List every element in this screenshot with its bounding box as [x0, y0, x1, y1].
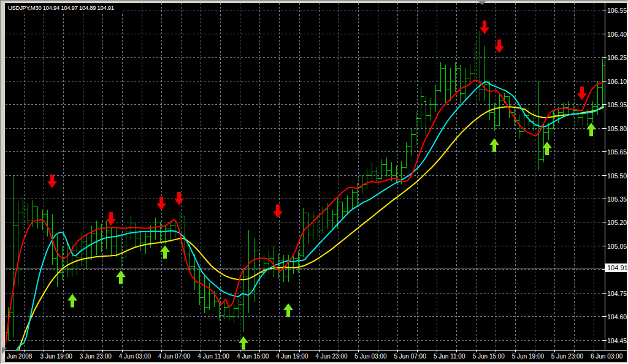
chart-window: 106.55106.40106.25106.10105.95105.80105.…: [0, 0, 628, 364]
plot-area[interactable]: [6, 3, 605, 350]
time-scale[interactable]: [5, 351, 627, 362]
price-chart[interactable]: 106.55106.40106.25106.10105.95105.80105.…: [1, 1, 628, 364]
price-scale[interactable]: [605, 3, 627, 350]
